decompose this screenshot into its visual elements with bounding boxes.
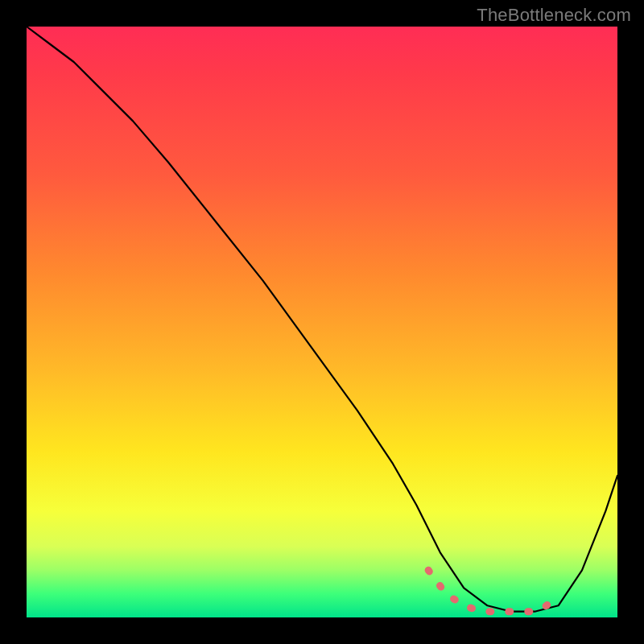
bottleneck-curve <box>27 27 617 612</box>
chart-frame: TheBottleneck.com <box>0 0 644 644</box>
curve-layer <box>27 27 617 617</box>
plot-area <box>27 27 617 617</box>
optimal-range-dashed <box>428 570 559 611</box>
watermark-text: TheBottleneck.com <box>477 5 631 26</box>
